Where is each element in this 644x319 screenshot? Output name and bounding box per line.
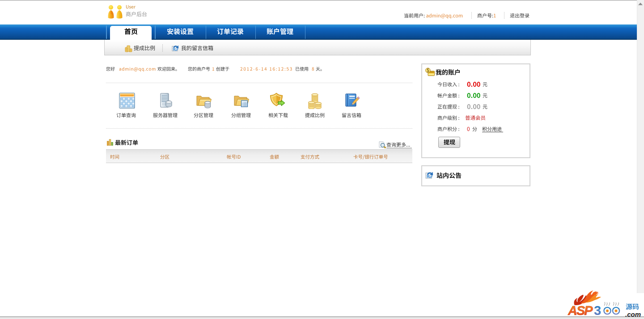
svg-text:.com: .com [625, 311, 641, 318]
svg-text:3: 3 [594, 303, 601, 318]
svg-text:ASP: ASP [568, 303, 593, 318]
